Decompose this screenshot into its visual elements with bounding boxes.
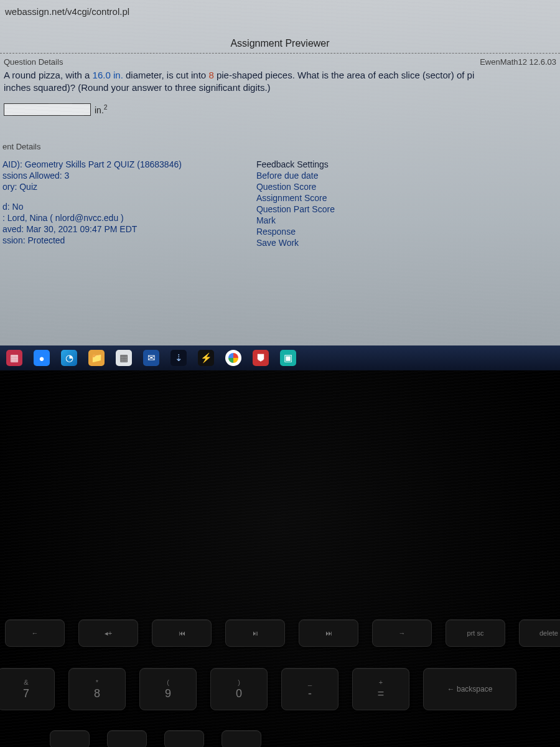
key-fn: ⏮ — [152, 619, 212, 647]
key-backspace: ← backspace — [423, 668, 516, 710]
taskbar-icon[interactable]: ▦ — [116, 350, 132, 366]
page-title: Assignment Previewer — [0, 34, 560, 54]
key-fn: ⏭ — [299, 619, 358, 647]
key-9: (9 — [139, 668, 197, 710]
assignment-details-header: ent Details — [0, 141, 560, 155]
key-fn: ◂+ — [78, 619, 138, 647]
taskbar-icon[interactable]: ✉ — [143, 350, 159, 366]
taskbar-icon[interactable]: ◔ — [61, 350, 77, 366]
key-8: *8 — [68, 668, 126, 710]
key-fn: prt sc — [446, 619, 505, 647]
key-partial — [107, 730, 147, 747]
assignment-details-left: AID): Geometry Skills Part 2 QUIZ (18683… — [2, 159, 182, 248]
taskbar-icon[interactable]: ⛊ — [253, 350, 269, 366]
feedback-settings: Feedback Settings Before due date Questi… — [256, 159, 335, 248]
key-7: &7 — [0, 668, 55, 710]
key-minus: _- — [281, 668, 338, 710]
taskbar: ▦ ● ◔ 📁 ▦ ✉ ⇣ ⚡ ⛊ ▣ — [0, 345, 560, 370]
key-partial — [164, 730, 204, 747]
question-text: A round pizza, with a 16.0 in. diameter,… — [0, 68, 560, 100]
taskbar-icon[interactable]: ● — [34, 350, 50, 366]
key-fn: delete — [519, 619, 560, 647]
question-source-ref: EwenMath12 12.6.03 — [480, 57, 556, 67]
answer-input[interactable] — [4, 103, 91, 116]
key-fn: ⏯ — [225, 619, 285, 647]
taskbar-icon[interactable]: 📁 — [88, 350, 105, 366]
taskbar-icon[interactable]: ▦ — [6, 350, 22, 366]
url-text: webassign.net/v4cgi/control.pl — [0, 0, 560, 34]
taskbar-icon[interactable]: ▣ — [280, 350, 296, 366]
key-partial — [50, 730, 90, 747]
key-equals: += — [352, 668, 409, 710]
taskbar-icon[interactable]: ⚡ — [198, 350, 214, 366]
key-fn: → — [372, 619, 432, 647]
taskbar-icon[interactable]: ⇣ — [170, 350, 187, 366]
key-0: )0 — [210, 668, 268, 710]
key-fn: ← — [5, 619, 65, 647]
taskbar-icon[interactable] — [225, 350, 241, 366]
key-partial — [222, 730, 261, 747]
question-details-label: Question Details — [4, 57, 63, 67]
physical-keyboard: ← ◂+ ⏮ ⏯ ⏭ → prt sc delete &7 *8 (9 )0 _… — [0, 370, 560, 747]
unit-label: in.2 — [95, 103, 108, 115]
